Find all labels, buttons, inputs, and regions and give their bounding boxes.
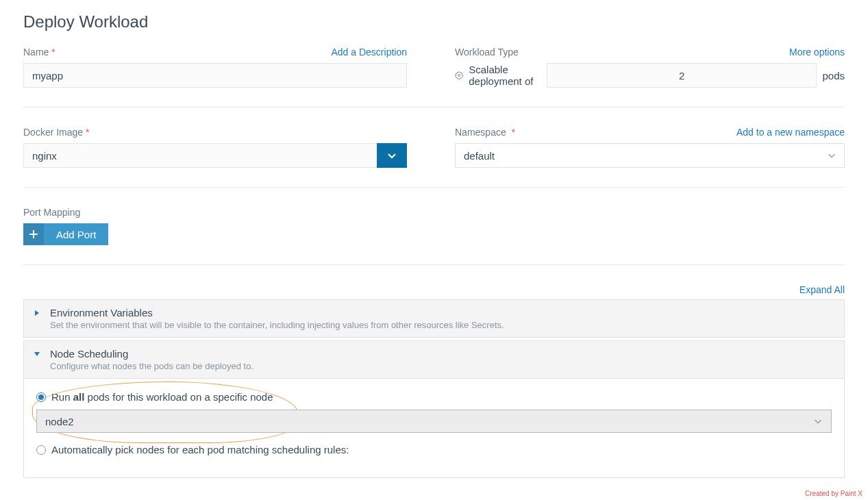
plus-icon: [23, 223, 44, 245]
required-asterisk: *: [511, 127, 514, 138]
required-asterisk: *: [51, 47, 55, 58]
workload-type-row: Scalable deployment of pods: [455, 63, 845, 88]
svg-point-0: [458, 74, 460, 76]
accordion-body-node: Run all pods for this workload on a spec…: [24, 378, 844, 477]
port-mapping-label: Port Mapping: [23, 207, 845, 218]
docker-image-label: Docker Image *: [23, 127, 90, 138]
row-image-namespace: Docker Image * Namespace * Add to a new …: [23, 127, 845, 188]
accordion-title-node: Node Scheduling: [50, 348, 253, 360]
namespace-value: default: [464, 150, 495, 162]
radio-auto-pick-label: Automatically pick nodes for each pod ma…: [51, 444, 349, 455]
workload-type-text-after: pods: [822, 70, 845, 82]
radio-icon-unchecked: [36, 445, 46, 455]
expand-all-link[interactable]: Expand All: [799, 284, 845, 295]
page-title: Deploy Workload: [23, 12, 845, 32]
accordion-desc-node: Configure what nodes the pods can be dep…: [50, 361, 253, 371]
required-asterisk: *: [86, 127, 89, 138]
add-namespace-link[interactable]: Add to a new namespace: [736, 127, 845, 138]
name-input[interactable]: [23, 63, 407, 88]
accordion-node-scheduling: Node Scheduling Configure what nodes the…: [23, 340, 845, 478]
add-description-link[interactable]: Add a Description: [331, 47, 407, 58]
row-name-workload: Name * Add a Description Workload Type M…: [23, 47, 845, 108]
kubernetes-icon: [455, 69, 463, 82]
accordion-header-env[interactable]: Environment Variables Set the environmen…: [24, 300, 844, 337]
radio-specific-node[interactable]: Run all pods for this workload on a spec…: [36, 391, 832, 403]
more-options-link[interactable]: More options: [789, 47, 845, 58]
workload-type-label: Workload Type: [455, 47, 519, 58]
node-select-value: node2: [45, 416, 74, 427]
namespace-select[interactable]: default: [455, 143, 845, 168]
add-port-label: Add Port: [44, 223, 108, 245]
accordion-environment-variables: Environment Variables Set the environmen…: [23, 299, 845, 338]
name-label: Name *: [23, 47, 55, 58]
watermark: Created by Paint X: [805, 490, 863, 493]
accordion-title-env: Environment Variables: [50, 307, 504, 318]
port-mapping-section: Port Mapping Add Port: [23, 207, 845, 265]
radio-specific-node-label: Run all pods for this workload on a spec…: [51, 391, 273, 403]
accordion-desc-env: Set the environment that will be visible…: [50, 320, 504, 330]
docker-image-dropdown-button[interactable]: [377, 143, 407, 168]
namespace-label: Namespace *: [455, 127, 515, 138]
accordion-header-node[interactable]: Node Scheduling Configure what nodes the…: [24, 341, 844, 378]
triangle-right-icon: [34, 310, 40, 316]
radio-auto-pick[interactable]: Automatically pick nodes for each pod ma…: [36, 444, 832, 455]
triangle-down-icon: [34, 351, 40, 358]
namespace-group: Namespace * Add to a new namespace defau…: [455, 127, 845, 168]
radio-icon-checked: [36, 392, 46, 402]
workload-type-text-before: Scalable deployment of: [469, 64, 541, 87]
workload-type-group: Workload Type More options Scalable depl…: [455, 47, 845, 88]
node-select[interactable]: node2: [36, 410, 832, 433]
expand-all-row: Expand All: [23, 284, 845, 295]
add-port-button[interactable]: Add Port: [23, 223, 108, 245]
docker-image-input[interactable]: [23, 143, 377, 168]
docker-image-group: Docker Image *: [23, 127, 407, 168]
docker-image-combo: [23, 143, 407, 168]
pod-count-input[interactable]: [547, 63, 817, 88]
name-field-group: Name * Add a Description: [23, 47, 407, 88]
chevron-down-icon: [813, 416, 823, 426]
chevron-down-icon: [386, 150, 397, 161]
